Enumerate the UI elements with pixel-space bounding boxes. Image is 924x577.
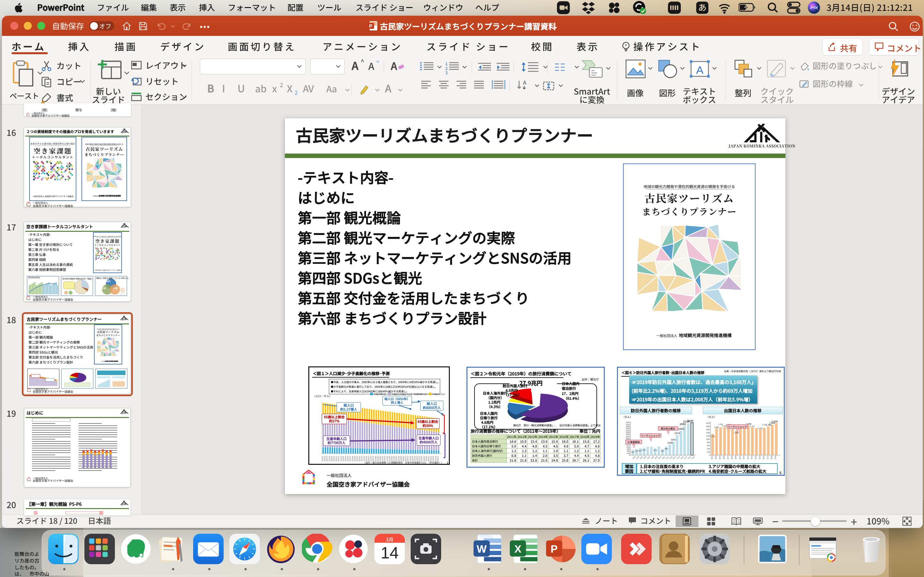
svg-text:2017: 2017 bbox=[683, 456, 687, 459]
svg-text:14: 14 bbox=[381, 544, 399, 562]
svg-text:2016: 2016 bbox=[680, 456, 684, 459]
svg-text:400: 400 bbox=[707, 448, 710, 450]
svg-text:A: A bbox=[696, 64, 704, 76]
svg-text:2015: 2015 bbox=[676, 456, 680, 459]
svg-text:1800: 1800 bbox=[626, 436, 630, 438]
svg-text:2009: 2009 bbox=[654, 456, 658, 459]
svg-text:2010: 2010 bbox=[657, 456, 661, 459]
svg-text:2,008: 2,008 bbox=[771, 420, 778, 423]
svg-text:2019: 2019 bbox=[691, 456, 695, 459]
svg-text:1200: 1200 bbox=[706, 435, 710, 437]
svg-text:679: 679 bbox=[654, 450, 657, 451]
svg-text:2015: 2015 bbox=[759, 456, 761, 459]
svg-text:2004: 2004 bbox=[636, 456, 640, 459]
svg-text:2400: 2400 bbox=[626, 430, 630, 432]
svg-text:2010: 2010 bbox=[739, 456, 741, 459]
svg-text:2600: 2600 bbox=[626, 428, 630, 430]
svg-text:1,330: 1,330 bbox=[710, 435, 715, 437]
svg-text:0: 0 bbox=[629, 454, 630, 456]
svg-text:2006: 2006 bbox=[723, 456, 725, 459]
svg-text:2012: 2012 bbox=[665, 456, 669, 459]
svg-text:1000: 1000 bbox=[626, 444, 630, 446]
svg-text:2008: 2008 bbox=[650, 456, 654, 459]
svg-text:836: 836 bbox=[665, 448, 668, 450]
svg-text:A: A bbox=[523, 80, 527, 85]
svg-text:1,747: 1,747 bbox=[750, 425, 755, 427]
svg-text:1341: 1341 bbox=[671, 438, 676, 441]
svg-text:2013: 2013 bbox=[751, 456, 753, 459]
svg-text:2014: 2014 bbox=[754, 456, 756, 459]
svg-text:2800: 2800 bbox=[626, 426, 630, 428]
svg-text:2011: 2011 bbox=[661, 456, 665, 460]
svg-text:1000: 1000 bbox=[706, 438, 710, 440]
svg-text:2007: 2007 bbox=[646, 456, 650, 459]
svg-text:2404: 2404 bbox=[678, 427, 684, 430]
svg-text:2007: 2007 bbox=[727, 456, 729, 459]
svg-text:800: 800 bbox=[707, 442, 710, 443]
svg-text:2019: 2019 bbox=[774, 456, 776, 459]
svg-text:2017: 2017 bbox=[767, 456, 769, 459]
svg-text:W: W bbox=[477, 543, 487, 555]
svg-text:2018: 2018 bbox=[687, 456, 691, 459]
svg-text:2000: 2000 bbox=[626, 434, 630, 436]
svg-text:400: 400 bbox=[627, 450, 630, 452]
svg-text:2013: 2013 bbox=[669, 456, 672, 459]
svg-text:733: 733 bbox=[642, 449, 646, 451]
svg-text:200: 200 bbox=[707, 451, 710, 453]
svg-text:3188: 3188 bbox=[687, 419, 693, 422]
svg-text:3200: 3200 bbox=[626, 422, 630, 424]
svg-text:800: 800 bbox=[627, 446, 630, 448]
svg-text:2003: 2003 bbox=[632, 456, 636, 459]
svg-text:2003: 2003 bbox=[711, 456, 713, 459]
svg-text:2018: 2018 bbox=[771, 456, 772, 459]
svg-text:1,683: 1,683 bbox=[714, 426, 719, 428]
svg-text:622: 622 bbox=[661, 450, 664, 452]
svg-text:2011: 2011 bbox=[743, 456, 745, 459]
svg-text:2008: 2008 bbox=[731, 456, 733, 459]
svg-text:1,621: 1,621 bbox=[758, 427, 763, 429]
svg-text:0: 0 bbox=[709, 454, 710, 456]
svg-text:P: P bbox=[551, 543, 557, 555]
svg-text:1800: 1800 bbox=[706, 425, 710, 427]
svg-text:1,712: 1,712 bbox=[762, 424, 767, 426]
svg-text:600: 600 bbox=[627, 448, 630, 450]
svg-text:600: 600 bbox=[707, 445, 710, 446]
svg-text:2000: 2000 bbox=[706, 422, 710, 424]
svg-text:X: X bbox=[514, 543, 521, 555]
svg-text:2016: 2016 bbox=[762, 456, 764, 459]
svg-text:2004: 2004 bbox=[715, 456, 717, 459]
svg-text:3000: 3000 bbox=[626, 424, 630, 426]
svg-text:2005: 2005 bbox=[719, 456, 721, 459]
svg-text:1036: 1036 bbox=[667, 442, 673, 444]
svg-text:1974: 1974 bbox=[674, 432, 680, 435]
svg-text:P: P bbox=[369, 23, 372, 29]
svg-text:2009: 2009 bbox=[735, 456, 737, 459]
svg-text:521: 521 bbox=[632, 451, 635, 453]
svg-text:2014: 2014 bbox=[672, 456, 676, 459]
svg-text:614: 614 bbox=[635, 450, 639, 452]
svg-text:1400: 1400 bbox=[706, 432, 710, 434]
svg-text:673: 673 bbox=[639, 450, 642, 452]
svg-text:2005: 2005 bbox=[639, 456, 643, 459]
svg-text:2006: 2006 bbox=[643, 456, 646, 459]
svg-text:2200: 2200 bbox=[626, 432, 630, 434]
svg-text:2012: 2012 bbox=[747, 456, 749, 459]
svg-text:1600: 1600 bbox=[706, 429, 710, 430]
svg-text:200: 200 bbox=[627, 452, 630, 454]
